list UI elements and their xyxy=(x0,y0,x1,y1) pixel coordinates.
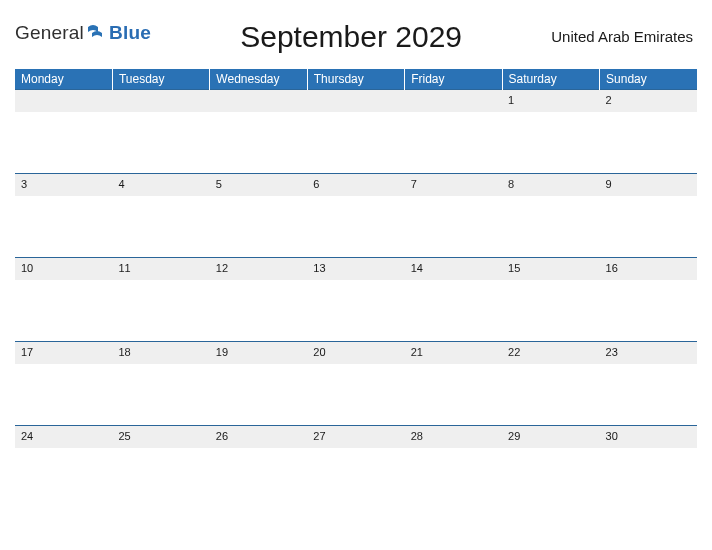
day-header: Thursday xyxy=(307,69,404,90)
space-cell xyxy=(307,280,404,342)
week-space xyxy=(15,196,697,258)
day-cell: 4 xyxy=(112,174,209,196)
day-header: Wednesday xyxy=(210,69,307,90)
space-cell xyxy=(210,280,307,342)
space-cell xyxy=(112,448,209,510)
day-cell: 28 xyxy=(405,426,502,448)
day-header: Friday xyxy=(405,69,502,90)
day-cell: 12 xyxy=(210,258,307,280)
day-cell: 22 xyxy=(502,342,599,364)
day-cell: 20 xyxy=(307,342,404,364)
space-cell xyxy=(210,196,307,258)
space-cell xyxy=(600,112,697,174)
day-cell: 17 xyxy=(15,342,112,364)
day-cell: 21 xyxy=(405,342,502,364)
day-cell: 8 xyxy=(502,174,599,196)
day-cell: 25 xyxy=(112,426,209,448)
space-cell xyxy=(405,196,502,258)
space-cell xyxy=(210,364,307,426)
day-cell: 6 xyxy=(307,174,404,196)
space-cell xyxy=(307,364,404,426)
space-cell xyxy=(405,364,502,426)
week-space xyxy=(15,448,697,510)
day-cell: 30 xyxy=(600,426,697,448)
space-cell xyxy=(112,280,209,342)
day-cell: 5 xyxy=(210,174,307,196)
day-cell xyxy=(15,90,112,112)
day-cell: 15 xyxy=(502,258,599,280)
week-row: 3456789 xyxy=(15,174,697,196)
day-cell: 23 xyxy=(600,342,697,364)
space-cell xyxy=(112,196,209,258)
space-cell xyxy=(15,112,112,174)
day-cell: 26 xyxy=(210,426,307,448)
day-cell: 16 xyxy=(600,258,697,280)
day-cell: 19 xyxy=(210,342,307,364)
week-row: 12 xyxy=(15,90,697,112)
day-cell: 14 xyxy=(405,258,502,280)
day-cell xyxy=(210,90,307,112)
day-cell: 11 xyxy=(112,258,209,280)
calendar-title: September 2029 xyxy=(151,18,551,54)
logo-text-general: General xyxy=(15,22,84,44)
space-cell xyxy=(112,112,209,174)
day-cell: 10 xyxy=(15,258,112,280)
logo-wave-icon xyxy=(88,24,106,42)
day-cell: 3 xyxy=(15,174,112,196)
day-cell: 1 xyxy=(502,90,599,112)
space-cell xyxy=(405,280,502,342)
week-space xyxy=(15,280,697,342)
brand-logo: General Blue xyxy=(15,18,151,44)
week-row: 24252627282930 xyxy=(15,426,697,448)
day-header: Saturday xyxy=(502,69,599,90)
space-cell xyxy=(210,448,307,510)
region-label: United Arab Emirates xyxy=(551,18,697,45)
space-cell xyxy=(600,448,697,510)
space-cell xyxy=(15,448,112,510)
space-cell xyxy=(502,196,599,258)
day-cell: 18 xyxy=(112,342,209,364)
space-cell xyxy=(112,364,209,426)
week-row: 17181920212223 xyxy=(15,342,697,364)
space-cell xyxy=(502,364,599,426)
day-cell xyxy=(112,90,209,112)
space-cell xyxy=(307,112,404,174)
space-cell xyxy=(600,280,697,342)
space-cell xyxy=(502,112,599,174)
day-cell: 9 xyxy=(600,174,697,196)
space-cell xyxy=(600,196,697,258)
week-space xyxy=(15,112,697,174)
space-cell xyxy=(405,448,502,510)
day-cell: 7 xyxy=(405,174,502,196)
day-header-row: Monday Tuesday Wednesday Thursday Friday… xyxy=(15,69,697,90)
week-space xyxy=(15,364,697,426)
space-cell xyxy=(600,364,697,426)
day-cell xyxy=(405,90,502,112)
space-cell xyxy=(502,280,599,342)
day-cell: 24 xyxy=(15,426,112,448)
week-row: 10111213141516 xyxy=(15,258,697,280)
space-cell xyxy=(15,280,112,342)
day-header: Tuesday xyxy=(112,69,209,90)
space-cell xyxy=(15,364,112,426)
space-cell xyxy=(15,196,112,258)
space-cell xyxy=(210,112,307,174)
space-cell xyxy=(307,448,404,510)
logo-text-blue: Blue xyxy=(109,22,151,44)
space-cell xyxy=(502,448,599,510)
day-cell: 27 xyxy=(307,426,404,448)
day-header: Monday xyxy=(15,69,112,90)
day-cell xyxy=(307,90,404,112)
calendar-header: General Blue September 2029 United Arab … xyxy=(15,18,697,54)
space-cell xyxy=(307,196,404,258)
day-cell: 13 xyxy=(307,258,404,280)
calendar-grid: Monday Tuesday Wednesday Thursday Friday… xyxy=(15,69,697,510)
day-cell: 2 xyxy=(600,90,697,112)
space-cell xyxy=(405,112,502,174)
day-header: Sunday xyxy=(600,69,697,90)
day-cell: 29 xyxy=(502,426,599,448)
